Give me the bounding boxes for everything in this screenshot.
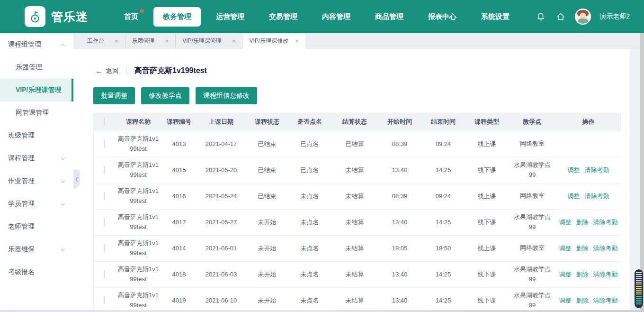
toolbar: 批量调整修改教学点课程组信息修改 [93, 87, 640, 104]
cell-checkbox [94, 261, 115, 287]
row-checkbox[interactable] [104, 244, 105, 252]
cell-end: 18:50 [421, 235, 465, 261]
row-checkbox[interactable] [104, 296, 105, 304]
cell-location: 水果湖教学点99 [509, 287, 556, 312]
cell-end: 09:24 [421, 183, 465, 209]
action-link-调整[interactable]: 调整 [559, 297, 572, 304]
sidebar-item-课程管理[interactable]: 课程管理 [0, 147, 73, 170]
tab-close-icon[interactable]: × [115, 38, 118, 44]
nav-item-教务管理[interactable]: 教务管理 [153, 7, 201, 27]
cell-location: 水果湖教学点99 [509, 209, 556, 235]
action-link-清除考勤[interactable]: 清除考勤 [585, 193, 609, 200]
sidebar-item-作业管理[interactable]: 作业管理 [0, 170, 73, 193]
course-name: 高音萨克斯1v199test [116, 212, 160, 232]
column-header-start: 开始时间 [378, 113, 421, 131]
sidebar-item-老师管理[interactable]: 老师管理 [0, 215, 73, 238]
scrollbar-thumb[interactable] [635, 269, 643, 308]
nav-item-运营管理[interactable]: 运营管理 [206, 7, 254, 27]
cell-start: 18:05 [378, 235, 421, 261]
tab-VIP/乐理课管理[interactable]: VIP/乐理课管理× [176, 33, 242, 49]
course-name: 高音萨克斯1v199test [116, 265, 160, 284]
action-link-调整[interactable]: 调整 [559, 271, 572, 278]
action-link-清除考勤[interactable]: 清除考勤 [593, 271, 618, 278]
page-header: ← 返回 高音萨克斯1v199test [95, 66, 640, 76]
sidebar-item-乐器维保[interactable]: 乐器维保 [0, 238, 73, 261]
column-header-checkbox [94, 113, 115, 131]
cell-start: 13:40 [378, 209, 421, 235]
horizontal-scrollbar-track[interactable] [0, 310, 640, 312]
action-link-调整[interactable]: 调整 [568, 193, 580, 200]
cell-name: 高音萨克斯1v199test [115, 183, 162, 209]
select-all-checkbox[interactable] [104, 118, 105, 126]
sidebar-item-学员管理[interactable]: 学员管理 [0, 193, 73, 215]
sidebar-item-VIP/乐理课管理[interactable]: VIP/乐理课管理 [0, 79, 73, 101]
action-link-调整[interactable]: 调整 [559, 245, 572, 252]
cell-actions: 调整清除考勤 [556, 157, 621, 183]
navbar-right: 演示老师2 [535, 0, 630, 33]
nav-item-内容管理[interactable]: 内容管理 [313, 7, 360, 27]
action-link-删除[interactable]: 删除 [576, 271, 589, 278]
cell-settlement: 未结算 [331, 183, 378, 209]
cell-status: 已结束 [246, 183, 288, 209]
action-link-删除[interactable]: 删除 [576, 297, 589, 304]
cell-location: 网络教室 [509, 183, 556, 209]
brand[interactable]: 管乐迷 [25, 6, 88, 27]
user-name[interactable]: 演示老师2 [599, 12, 630, 21]
home-icon[interactable] [555, 11, 566, 22]
action-link-删除[interactable]: 删除 [576, 219, 589, 226]
nav-item-系统设置[interactable]: 系统设置 [472, 7, 519, 27]
tab-close-icon[interactable]: × [165, 38, 169, 44]
cell-actions: 调整删除清除考勤 [556, 261, 621, 287]
row-checkbox[interactable] [104, 140, 105, 148]
cell-settlement: 已结算 [331, 131, 378, 157]
toolbar-button-课程组信息修改[interactable]: 课程组信息修改 [196, 87, 257, 104]
chevron-down-icon [60, 247, 66, 254]
table-row: 高音萨克斯1v199test40172021-05-27未开始未点名未结算13:… [94, 209, 621, 235]
cell-rollcall: 未点名 [288, 209, 331, 235]
tab-工作台[interactable]: 工作台× [80, 33, 125, 49]
sidebar-item-label: 老师管理 [8, 222, 35, 231]
nav-item-报表中心[interactable]: 报表中心 [419, 7, 466, 27]
column-header-actions: 操作 [556, 113, 621, 131]
action-link-清除考勤[interactable]: 清除考勤 [593, 297, 618, 304]
back-button[interactable]: ← 返回 [95, 67, 119, 75]
action-link-清除考勤[interactable]: 清除考勤 [585, 166, 609, 174]
row-checkbox[interactable] [104, 192, 105, 200]
table-row: 高音萨克斯1v199test40132021-04-17已结束已点名已结算08:… [94, 131, 621, 157]
nav-item-商品管理[interactable]: 商品管理 [366, 7, 413, 27]
row-checkbox[interactable] [104, 166, 105, 174]
cell-rollcall: 未点名 [288, 183, 331, 209]
action-link-调整[interactable]: 调整 [568, 166, 580, 174]
avatar[interactable] [575, 9, 591, 25]
action-link-删除[interactable]: 删除 [576, 245, 589, 252]
toolbar-button-批量调整[interactable]: 批量调整 [93, 87, 135, 104]
tab-close-icon[interactable]: × [295, 38, 299, 44]
sidebar-item-乐团管理[interactable]: 乐团管理 [0, 56, 73, 79]
cell-rollcall: 已点名 [288, 131, 331, 157]
tab-close-icon[interactable]: × [232, 38, 236, 44]
cell-status: 未开始 [246, 287, 288, 312]
chevron-up-icon [60, 42, 66, 49]
action-link-清除考勤[interactable]: 清除考勤 [593, 245, 618, 252]
cell-date: 2021-06-01 [196, 235, 246, 261]
sidebar-item-班级管理[interactable]: 班级管理 [0, 124, 73, 147]
teaching-point: 水果湖教学点99 [512, 291, 552, 311]
nav-item-交易管理[interactable]: 交易管理 [259, 7, 307, 27]
nav-item-首页[interactable]: 首页 [115, 7, 148, 27]
cell-type: 线下课 [465, 287, 509, 312]
tab-乐团管理[interactable]: 乐团管理× [125, 33, 176, 49]
nav-item-label: 交易管理 [269, 12, 297, 20]
action-link-调整[interactable]: 调整 [559, 219, 572, 226]
sidebar-item-网管课管理[interactable]: 网管课管理 [0, 101, 73, 124]
row-checkbox[interactable] [104, 218, 105, 226]
row-checkbox[interactable] [104, 270, 105, 278]
cell-start: 13:40 [378, 287, 421, 312]
bell-icon[interactable] [535, 11, 546, 22]
tab-VIP/乐理课修改[interactable]: VIP/乐理课修改× [242, 33, 305, 49]
action-link-清除考勤[interactable]: 清除考勤 [593, 219, 618, 226]
sidebar-item-课程组管理[interactable]: 课程组管理 [0, 33, 73, 56]
column-header-rollcall: 是否点名 [288, 113, 331, 131]
toolbar-button-修改教学点[interactable]: 修改教学点 [141, 87, 189, 104]
sidebar-item-label: 课程组管理 [8, 40, 41, 49]
sidebar-item-考级报名[interactable]: 考级报名 [0, 261, 73, 284]
